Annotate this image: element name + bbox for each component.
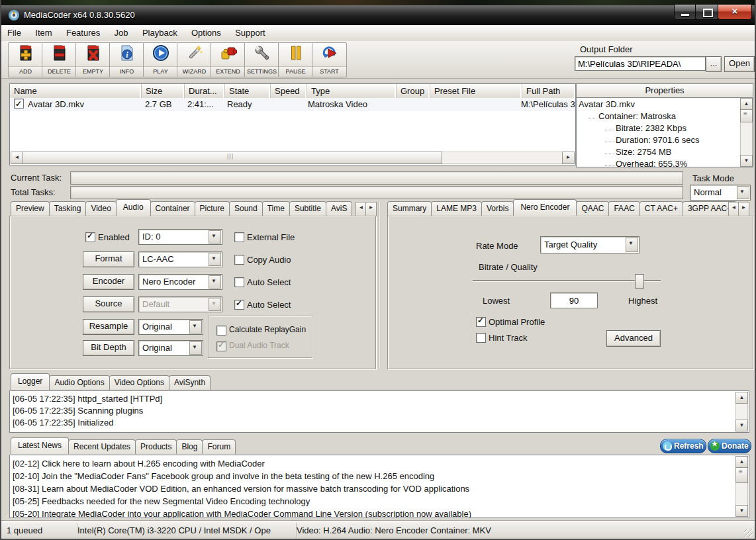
tab-ct-aac[interactable]: CT AAC+ [639,201,683,216]
close-button[interactable]: × [718,4,752,20]
scroll-down-button[interactable] [735,420,748,431]
donate-button[interactable]: Donate [708,439,751,453]
menu-features[interactable]: Features [60,25,106,40]
tab-avisynth[interactable]: AviS [326,201,352,216]
maximize-button[interactable] [695,4,719,20]
tree-item[interactable]: Avatar 3D.mkv [579,99,751,111]
advanced-button[interactable]: Advanced [606,330,661,347]
tree-item[interactable]: Duration: 9701.6 secs [579,134,751,146]
minimize-button[interactable] [674,4,696,20]
scroll-down-button[interactable] [735,505,748,517]
menu-file[interactable]: File [1,25,27,40]
add-button[interactable]: ADD [8,42,43,77]
external-file-checkbox[interactable] [234,232,244,242]
quality-slider-track[interactable] [473,280,661,281]
column-header-state[interactable]: State [225,84,271,98]
tab-vorbis[interactable]: Vorbis [481,201,514,216]
copy-audio-checkbox[interactable] [234,255,244,265]
chevron-down-icon[interactable] [209,275,221,289]
tree-item[interactable]: Size: 2754 MB [579,146,751,158]
encoder-dropdown[interactable]: Nero Encoder [138,274,222,290]
news-item[interactable]: [08-31] Learn about MediaCoder VOD Editi… [10,482,749,495]
tab-container[interactable]: Container [150,201,195,216]
refresh-button[interactable]: Refresh [660,439,706,453]
scroll-up-button[interactable] [735,456,748,468]
column-header-size[interactable]: Size [142,84,185,98]
browse-button[interactable]: ... [706,56,722,72]
hint-track-checkbox[interactable] [476,333,486,343]
tab-audio-options[interactable]: Audio Options [49,375,109,390]
start-button[interactable]: START [312,42,347,77]
column-header-speed[interactable]: Speed [271,84,307,98]
wizard-button[interactable]: WIZARD [177,42,212,77]
resample-dropdown[interactable]: Original [138,319,203,335]
rate-mode-dropdown[interactable]: Target Quality [540,236,639,253]
tab-picture[interactable]: Picture [195,201,230,216]
menu-item[interactable]: Item [29,25,58,40]
news-scrollbar-thumb[interactable] [735,467,748,483]
quality-value-input[interactable] [550,292,598,308]
news-item[interactable]: [02-12] Click here to learn about H.265 … [10,457,749,470]
tree-item[interactable]: Bitrate: 2382 Kbps [579,122,751,134]
tab-latest-news[interactable]: Latest News [11,437,69,454]
tree-item[interactable]: Container: Matroska [579,111,751,122]
tab-avisynth-options[interactable]: AviSynth [169,375,211,390]
resize-grip[interactable] [744,529,753,537]
h-scrollbar-thumb[interactable] [23,152,442,164]
tab-logger[interactable]: Logger [11,373,50,390]
tab-sound[interactable]: Sound [229,201,263,216]
tree-item[interactable]: Overhead: 655.3% [579,158,751,167]
menu-options[interactable]: Options [185,25,227,40]
chevron-down-icon[interactable] [189,341,202,355]
properties-scrollbar-thumb[interactable] [740,109,753,122]
tab-qaac[interactable]: QAAC [576,201,609,216]
table-row[interactable]: Avatar 3D.mkv 2.7 GB 2:41:... Ready Matr… [10,98,575,111]
tab-forum[interactable]: Forum [202,439,236,454]
source-button[interactable]: Source [83,296,134,312]
chevron-down-icon[interactable] [737,186,749,199]
bit-depth-dropdown[interactable]: Original [138,340,203,356]
menu-playback[interactable]: Playback [136,25,183,40]
chevron-down-icon[interactable] [209,230,221,244]
quality-slider-thumb[interactable] [635,274,644,289]
row-checkbox[interactable] [14,99,24,109]
encoder-tab-scroll-right[interactable] [738,202,749,217]
encoder-button[interactable]: Encoder [83,274,134,290]
enabled-checkbox[interactable] [85,232,95,242]
chevron-down-icon[interactable] [626,238,638,252]
tab-time[interactable]: Time [262,201,290,216]
news-item[interactable]: [05-25] Feedbacks needed for the new Seg… [10,495,749,508]
tab-subtitle[interactable]: Subtitle [289,201,326,216]
task-mode-dropdown[interactable]: Normal [690,185,751,201]
output-folder-input[interactable] [575,56,706,71]
column-header-type[interactable]: Type [307,84,397,98]
calculate-replaygain-checkbox[interactable] [216,326,226,336]
tab-video-options[interactable]: Video Options [109,375,169,390]
chevron-down-icon[interactable] [209,253,221,266]
auto-select-source-checkbox[interactable] [234,300,244,310]
tab-nero-encoder[interactable]: Nero Encoder [513,199,577,216]
tab-products[interactable]: Products [135,439,177,454]
info-button[interactable]: i INFO [109,42,144,77]
optimal-profile-checkbox[interactable] [476,317,486,327]
settings-button[interactable]: SETTINGS [244,42,279,77]
tab-tasking[interactable]: Tasking [49,201,87,216]
scroll-up-button[interactable] [740,98,753,110]
tab-faac[interactable]: FAAC [608,201,639,216]
tab-blog[interactable]: Blog [176,439,203,454]
delete-button[interactable]: DELETE [42,42,77,77]
tab-audio[interactable]: Audio [116,199,151,216]
scroll-up-button[interactable] [735,392,748,404]
auto-select-encoder-checkbox[interactable] [234,277,244,287]
play-button[interactable]: PLAY [143,42,178,77]
tab-video[interactable]: Video [85,201,116,216]
tab-recent-updates[interactable]: Recent Updates [68,439,136,454]
properties-header[interactable]: Properties [576,83,753,98]
column-header-full-path[interactable]: Full Path [522,84,575,98]
news-item[interactable]: [02-10] Join the "MediaCoder Fans" Faceb… [10,470,749,482]
tab-scroll-right[interactable] [365,202,377,217]
scroll-down-button[interactable] [740,155,753,167]
menu-support[interactable]: Support [229,25,271,40]
column-header-duration[interactable]: Durat... [185,84,225,98]
titlebar[interactable]: MediaCoder x64 0.8.30.5620 × [0,5,756,26]
